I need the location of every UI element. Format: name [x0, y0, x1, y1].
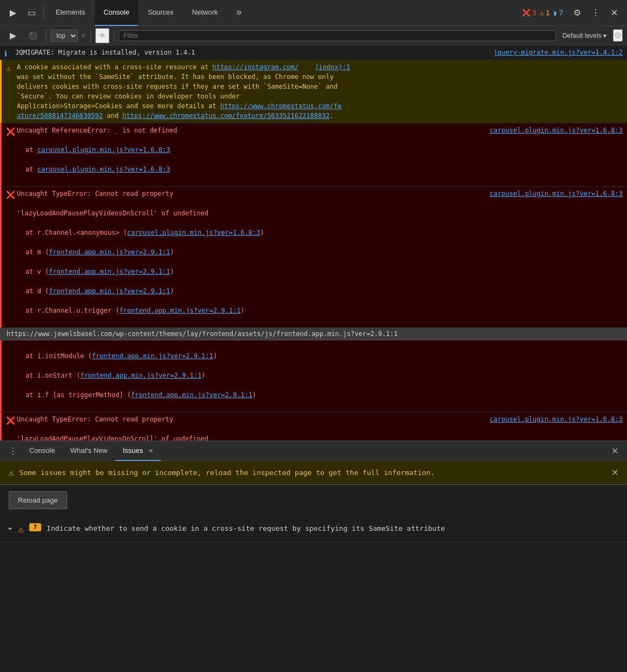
- devtools-toolbar: ▶ ▭ Elements Console Sources Network » ❌…: [0, 0, 627, 26]
- filter-input[interactable]: [119, 30, 556, 41]
- error-badge[interactable]: ❌ 3: [522, 9, 537, 17]
- te1-stack5[interactable]: frontend.app.min.js?ver=2.9.1:1: [119, 307, 240, 314]
- ref-error-source[interactable]: carousel.plugin.min.js?ver=1.6.8:3: [489, 126, 623, 135]
- tab-console[interactable]: Console: [95, 0, 138, 26]
- issues-warning-bar: ⚠ Some issues might be missing or incomp…: [0, 461, 627, 485]
- te1-stack3[interactable]: frontend.app.min.js?ver=2.9.1:1: [49, 268, 170, 275]
- log-entry-cookie-warn: ⚠ A cookie associated with a cross-site …: [0, 60, 627, 123]
- console-content: ℹ JQMIGRATE: Migrate is installed, versi…: [0, 45, 627, 440]
- tab-whats-new[interactable]: What's New: [63, 442, 115, 461]
- tab-issues-label: Issues: [123, 446, 143, 454]
- close-issues-icon[interactable]: ✕: [148, 447, 153, 454]
- log-entry-type-error1-cont: at i.initModule (frontend.app.min.js?ver…: [0, 340, 627, 412]
- tooltip-text: https://www.jewelsbasel.com/wp-content/t…: [6, 330, 397, 338]
- bottom-tabs: ⋮ Console What's New Issues ✕ ✕: [0, 442, 627, 461]
- log-entry-type-error2: ❌ Uncaught TypeError: Cannot read proper…: [0, 412, 627, 440]
- toolbar-divider2: [45, 29, 46, 42]
- te1-cont1[interactable]: frontend.app.min.js?ver=2.9.1:1: [92, 352, 213, 360]
- info-icon: ▮: [553, 9, 557, 17]
- badge-group: ❌ 3 ⚠ 1 ▮ 7: [522, 9, 563, 17]
- block-icon[interactable]: ⚫: [24, 27, 41, 44]
- info-entry-icon: ℹ: [4, 48, 7, 60]
- tab-more[interactable]: »: [227, 0, 250, 26]
- tab-network[interactable]: Network: [184, 0, 227, 26]
- default-levels-btn[interactable]: Default levels ▾: [558, 31, 611, 41]
- tooltip-bar: https://www.jewelsbasel.com/wp-content/t…: [0, 328, 627, 340]
- tab-elements[interactable]: Elements: [47, 0, 94, 26]
- close-icon[interactable]: ✕: [605, 4, 623, 22]
- issues-warn-icon: ⚠: [9, 467, 14, 478]
- ref-error-stack2[interactable]: carousel.plugin.min.js?ver=1.6.8:3: [37, 166, 171, 173]
- warn-badge[interactable]: ⚠ 1: [540, 9, 550, 17]
- ref-error-stack1[interactable]: carousel.plugin.min.js?ver=1.6.8:3: [37, 146, 171, 154]
- chromestatus-link2[interactable]: https://www.chromestatus.com/feature/563…: [122, 112, 330, 120]
- settings-icon[interactable]: ⚙: [569, 4, 586, 22]
- te1-stack1[interactable]: carousel.plugin.min.js?ver=1.6.8:3: [127, 229, 260, 236]
- issue-item: ► ⚠ 7 Indicate whether to send a cookie …: [0, 516, 627, 543]
- device-icon[interactable]: ▭: [23, 4, 40, 22]
- issues-warning-text: Some issues might be missing or incomple…: [19, 469, 435, 477]
- toolbar-divider4: [114, 29, 114, 42]
- te1-stack2[interactable]: frontend.app.min.js?ver=2.9.1:1: [49, 248, 170, 256]
- console-second-toolbar: ▶ ⚫ top ▼ 👁 Default levels ▾ ⚙: [0, 26, 627, 45]
- play-icon[interactable]: ▶: [4, 27, 22, 44]
- te1-stack4[interactable]: frontend.app.min.js?ver=2.9.1:1: [49, 287, 170, 295]
- entry-text-cookie: A cookie associated with a cross-site re…: [17, 63, 350, 120]
- cursor-icon[interactable]: ▶: [4, 4, 22, 22]
- reload-page-button[interactable]: Reload page: [9, 491, 67, 509]
- entry-source-jqmigrate[interactable]: jquery-migrate.min.js?ver=1.4.1:2: [494, 48, 623, 57]
- info-count: 7: [559, 9, 563, 17]
- tab-issues[interactable]: Issues ✕: [115, 442, 161, 461]
- type-error1-source[interactable]: carousel.plugin.min.js?ver=1.6.8:3: [489, 189, 623, 199]
- type-error2-source[interactable]: carousel.plugin.min.js?ver=1.6.8:3: [489, 414, 623, 424]
- bottom-tab-menu-icon[interactable]: ⋮: [4, 444, 22, 458]
- issue-expand-icon[interactable]: ►: [9, 523, 12, 532]
- error-entry-icon2: ❌: [6, 189, 15, 201]
- toolbar-divider3: [90, 29, 91, 42]
- warn-entry-icon: ⚠: [6, 63, 10, 74]
- issues-content: ⚠ Some issues might be missing or incomp…: [0, 461, 627, 543]
- issue-description: Indicate whether to send a cookie in a c…: [47, 523, 445, 534]
- entry-text-type-error1: Uncaught TypeError: Cannot read property…: [17, 190, 264, 324]
- te1-cont2[interactable]: frontend.app.min.js?ver=2.9.1:1: [80, 372, 201, 379]
- warn-icon: ⚠: [540, 9, 544, 17]
- entry-text-type-error1-cont: at i.initModule (frontend.app.min.js?ver…: [17, 352, 256, 409]
- error-entry-icon3: ❌: [6, 415, 15, 426]
- log-entry-type-error1: ❌ Uncaught TypeError: Cannot read proper…: [0, 187, 627, 328]
- instagram-link[interactable]: https://instagram.com/: [212, 63, 298, 71]
- close-warning-icon[interactable]: ✕: [611, 467, 618, 478]
- entry-text-type-error2: Uncaught TypeError: Cannot read property…: [17, 416, 268, 440]
- toolbar-divider: [43, 6, 44, 19]
- error-entry-icon1: ❌: [6, 126, 15, 137]
- log-entry-info: ℹ JQMIGRATE: Migrate is installed, versi…: [0, 45, 627, 60]
- tab-sources[interactable]: Sources: [139, 0, 182, 26]
- cookie-source[interactable]: (index):1: [315, 63, 350, 71]
- more-options-icon[interactable]: ⋮: [587, 4, 604, 22]
- entry-text-jqmigrate: JQMIGRATE: Migrate is installed, version…: [15, 49, 195, 56]
- error-count: 3: [532, 9, 537, 17]
- log-entry-ref-error: ❌ Uncaught ReferenceError: _ is not defi…: [0, 123, 627, 187]
- error-icon: ❌: [522, 9, 531, 17]
- close-bottom-panel-icon[interactable]: ✕: [607, 444, 623, 458]
- te1-cont3[interactable]: frontend.app.min.js?ver=2.9.1:1: [131, 391, 252, 399]
- info-badge[interactable]: ▮ 7: [553, 9, 563, 17]
- tab-console-bottom[interactable]: Console: [22, 442, 63, 461]
- eye-icon[interactable]: 👁: [95, 28, 109, 43]
- context-select[interactable]: top: [50, 30, 78, 42]
- issue-count-badge: 7: [29, 523, 41, 531]
- issue-warn-badge-icon: ⚠: [18, 523, 24, 535]
- entry-text-ref-error: Uncaught ReferenceError: _ is not define…: [17, 127, 177, 183]
- console-settings-icon[interactable]: ⚙: [613, 29, 623, 42]
- bottom-panel: ⋮ Console What's New Issues ✕ ✕ ⚠ Some i…: [0, 440, 627, 543]
- warn-count: 1: [546, 9, 550, 17]
